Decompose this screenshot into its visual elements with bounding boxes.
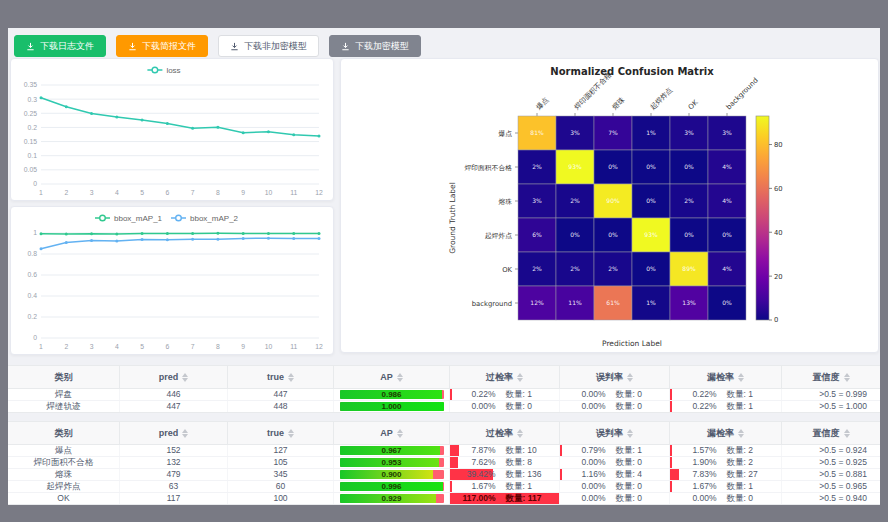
cell-metric-2: 1.90%数量: 2: [670, 457, 782, 468]
matrix-row-label: background: [472, 300, 512, 308]
ap-bar: 0.900: [340, 470, 444, 479]
download-button-label: 下载日志文件: [40, 40, 94, 53]
svg-text:89%: 89%: [682, 265, 696, 272]
sort-icon: [288, 373, 294, 382]
svg-text:0%: 0%: [646, 265, 656, 272]
svg-text:5: 5: [140, 343, 144, 350]
svg-text:12%: 12%: [530, 299, 544, 306]
svg-text:6%: 6%: [532, 231, 542, 238]
column-header-true[interactable]: true: [228, 422, 334, 444]
column-header-label: 置信度: [813, 371, 840, 384]
confusion-matrix: Normalized Confusion Matrix爆点焊印面积不合格熔珠起焊…: [341, 59, 878, 352]
table-row: 起焊炸点63600.9961.67%数量: 10.00%数量: 01.67%数量…: [8, 481, 880, 493]
cell-pred: 132: [120, 457, 228, 468]
column-header-漏检率[interactable]: 漏检率: [670, 422, 782, 444]
column-header-true[interactable]: true: [228, 366, 334, 388]
matrix-col-label: background: [725, 76, 760, 111]
legend-marker-icon: [100, 215, 106, 221]
column-header-置信度[interactable]: 置信度: [782, 422, 880, 444]
svg-text:6: 6: [165, 343, 169, 350]
svg-text:0: 0: [33, 334, 37, 341]
svg-text:0.2: 0.2: [28, 313, 38, 320]
column-header-漏检率[interactable]: 漏检率: [670, 366, 782, 388]
ap-bar: 0.996: [340, 482, 444, 491]
column-header-label: true: [267, 428, 284, 438]
cell-true: 345: [228, 469, 334, 480]
svg-text:1: 1: [39, 343, 43, 350]
svg-text:2%: 2%: [684, 197, 694, 204]
sort-icon: [288, 429, 294, 438]
matrix-xlabel: Prediction Label: [602, 339, 662, 348]
column-header-过检率[interactable]: 过检率: [450, 366, 560, 388]
column-header-过检率[interactable]: 过检率: [450, 422, 560, 444]
sort-icon: [738, 373, 744, 382]
loss-chart-card: loss00.050.10.150.20.250.30.351234567891…: [10, 58, 334, 201]
cell-ap: 0.967: [334, 445, 450, 456]
svg-text:80: 80: [774, 141, 783, 149]
svg-text:4%: 4%: [722, 265, 732, 272]
svg-text:8: 8: [216, 343, 220, 350]
sort-icon: [627, 429, 633, 438]
svg-text:0.2: 0.2: [28, 124, 38, 131]
download-button-2[interactable]: 下载简报文件: [116, 35, 208, 57]
cell-metric-0: 39.42%数量: 136: [450, 469, 560, 480]
download-toolbar: 下载日志文件 下载简报文件 下载非加密模型 下载加密模型: [14, 35, 421, 57]
download-button-3[interactable]: 下载非加密模型: [218, 35, 319, 57]
column-header-误判率[interactable]: 误判率: [560, 366, 670, 388]
column-header-label: AP: [380, 372, 393, 382]
download-icon: [230, 42, 239, 51]
svg-text:2: 2: [64, 343, 68, 350]
sort-icon: [182, 373, 188, 382]
column-header-pred[interactable]: pred: [120, 366, 228, 388]
cell-metric-0: 7.87%数量: 10: [450, 445, 560, 456]
matrix-row-label: 焊印面积不合格: [464, 164, 512, 172]
legend-item-bbox_mAP_2[interactable]: bbox_mAP_2: [171, 214, 239, 223]
download-button-4[interactable]: 下载加密模型: [329, 35, 421, 57]
matrix-ylabel: Ground Truth Label: [448, 182, 457, 254]
column-header-误判率[interactable]: 误判率: [560, 422, 670, 444]
confusion-matrix-card: Normalized Confusion Matrix爆点焊印面积不合格熔珠起焊…: [340, 58, 879, 353]
svg-text:20: 20: [774, 273, 783, 281]
cell-ap: 0.900: [334, 469, 450, 480]
legend-label: loss: [166, 66, 180, 75]
legend-item-bbox_mAP_1[interactable]: bbox_mAP_1: [95, 214, 163, 223]
cell-confidence: >0.5 = 0.940: [782, 493, 880, 504]
cell-true: 447: [228, 389, 334, 400]
cell-confidence: >0.5 = 0.999: [782, 389, 880, 400]
cell-metric-2: 0.22%数量: 1: [670, 389, 782, 400]
cell-class: 焊缝轨迹: [8, 401, 120, 412]
sort-icon: [517, 373, 523, 382]
svg-text:9: 9: [241, 189, 245, 196]
column-header-AP[interactable]: AP: [334, 366, 450, 388]
column-header-label: 类别: [55, 371, 73, 384]
download-button-label: 下载简报文件: [142, 40, 196, 53]
sort-icon: [397, 373, 403, 382]
cell-metric-2: 0.00%数量: 0: [670, 493, 782, 504]
column-header-置信度[interactable]: 置信度: [782, 366, 880, 388]
column-header-AP[interactable]: AP: [334, 422, 450, 444]
svg-text:12: 12: [315, 343, 323, 350]
matrix-col-label: OK: [687, 98, 700, 111]
table-header-row: 类别predtrueAP过检率误判率漏检率置信度: [8, 366, 880, 389]
legend-item-loss[interactable]: loss: [147, 66, 180, 75]
svg-text:3%: 3%: [684, 129, 694, 136]
column-header-pred[interactable]: pred: [120, 422, 228, 444]
svg-text:6: 6: [165, 189, 169, 196]
svg-text:60: 60: [774, 185, 783, 193]
svg-text:7: 7: [191, 343, 195, 350]
download-button-1[interactable]: 下载日志文件: [14, 35, 106, 57]
metrics-tables: 类别predtrueAP过检率误判率漏检率置信度焊盘4464470.9860.2…: [8, 365, 880, 513]
cell-true: 448: [228, 401, 334, 412]
svg-text:93%: 93%: [644, 231, 658, 238]
svg-text:8: 8: [216, 189, 220, 196]
svg-text:1%: 1%: [646, 129, 656, 136]
legend-marker-icon: [152, 67, 158, 73]
table-row: 焊盘4464470.9860.22%数量: 10.00%数量: 00.22%数量…: [8, 389, 880, 401]
sort-icon: [844, 429, 850, 438]
svg-text:0%: 0%: [608, 163, 618, 170]
cell-confidence: >0.5 = 0.924: [782, 445, 880, 456]
svg-text:12: 12: [315, 189, 323, 196]
svg-text:11: 11: [290, 189, 297, 196]
cell-metric-1: 1.16%数量: 4: [560, 469, 670, 480]
cell-metric-1: 0.00%数量: 0: [560, 493, 670, 504]
